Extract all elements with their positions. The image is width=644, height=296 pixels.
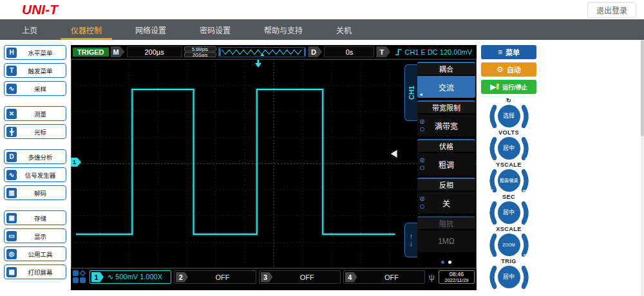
nav-item-6[interactable]: 关机 [334, 19, 354, 40]
run-stop-button[interactable]: ▶‖ 运行/停止 [481, 80, 536, 94]
trigger-menu-icon: T [6, 66, 17, 76]
xscale-knob-increase-arrow[interactable]: ns [522, 234, 531, 257]
sidebar-item-trigger-menu[interactable]: T触发菜单 [4, 63, 66, 78]
menu-pagination-dots[interactable] [417, 255, 475, 266]
menu-section-5: 阻抗1MΩ [417, 216, 475, 252]
channel-4-button[interactable]: 4OFF [343, 270, 425, 284]
scroll-down-icon[interactable]: ↓ [410, 240, 413, 247]
sidebar-item-utility[interactable]: ◎公用工具 [4, 246, 66, 261]
sidebar-item-multi-analysis[interactable]: D多维分析 [4, 149, 66, 164]
channel-1-button[interactable]: 1∿ 500mV 1.000X [90, 270, 171, 284]
radio-unselected[interactable] [420, 166, 424, 171]
yscale-knob-increase-arrow[interactable]: mV [522, 169, 531, 192]
volts-knob-row: −居中+ [481, 136, 536, 160]
nav-item-2[interactable]: 仪器控制 [68, 19, 104, 40]
sidebar-item-label: 水平菜单 [17, 48, 64, 57]
sidebar-item-label: 打印屏幕 [17, 268, 64, 277]
waveform-preview-strip[interactable] [218, 47, 307, 57]
auto-button[interactable]: ⚙ 自动 [481, 62, 536, 77]
radio-selected[interactable] [420, 158, 424, 163]
sidebar-item-display[interactable]: ▭显示 [4, 228, 66, 243]
delay-badge: D [308, 46, 322, 57]
menu-section-value[interactable]: 关 [417, 192, 475, 214]
nav-item-4[interactable]: 密码设置 [197, 19, 233, 40]
sidebar-group-4: ▣存储▭显示◎公用工具▩打印屏幕 [4, 210, 66, 279]
yscale-knob[interactable]: 粗调/微调 [498, 169, 520, 192]
preview-left-bracket[interactable] [219, 48, 221, 56]
radio-unselected[interactable] [420, 205, 424, 209]
menu-section-value[interactable]: 交流◄ [417, 76, 475, 98]
xscale-knob-row: sZOOMns [481, 233, 536, 257]
preview-right-bracket[interactable] [304, 48, 306, 56]
menu-button[interactable]: ≡ 菜单 [481, 45, 536, 59]
radio-unselected[interactable] [420, 127, 424, 132]
gear-icon: ⚙ [497, 65, 504, 74]
trig-knob-left-unit: ↓ [487, 285, 497, 290]
multipurpose-knob-decrease-arrow[interactable] [487, 105, 497, 128]
menu-section-value[interactable]: 粗调 [417, 153, 475, 175]
trigger-level-marker[interactable] [391, 150, 397, 158]
channel-1-badge: 1 [91, 272, 104, 282]
sidebar-item-signal-generator[interactable]: ∿信号发生器 [4, 167, 66, 182]
yscale-knob-decrease-arrow[interactable]: V [487, 169, 497, 192]
sidebar-item-sampling[interactable]: ∿采样 [4, 81, 66, 96]
sec-knob-decrease-arrow[interactable]: ← [487, 201, 497, 225]
scrollbar-thumb[interactable] [641, 40, 644, 136]
trig-knob-label: TRIG [481, 258, 536, 265]
logout-button[interactable]: 退出登录 [587, 2, 636, 18]
channel-1-label: ∿ 500mV 1.000X [106, 273, 169, 281]
sidebar-item-decode[interactable]: ▥解码 [4, 185, 66, 200]
scope-display: 1 CH1 ↑ ↓ 耦合交流◄带宽限制满带宽伏格粗调反相关阻抗1MΩ [71, 59, 477, 268]
sidebar-item-label: 测量 [17, 109, 64, 118]
radio-selected[interactable] [420, 120, 424, 124]
menu-section-4: 反相关 [417, 178, 475, 214]
sec-knob[interactable]: 居中 [498, 201, 520, 224]
sidebar-item-storage[interactable]: ▣存储 [4, 210, 66, 225]
header: UNI-T 退出登录 [0, 0, 644, 19]
trigger-settings[interactable]: CH1 E DC 120.00mV [392, 48, 475, 56]
grid-diamond [80, 270, 86, 277]
channels-grid-icon[interactable] [73, 270, 87, 284]
page-dot-1[interactable] [441, 261, 444, 264]
channel-3-button[interactable]: 3OFF [259, 270, 341, 284]
multipurpose-knob[interactable]: 选择 [498, 105, 520, 127]
utility-icon: ◎ [6, 249, 17, 259]
trig-knob-decrease-arrow[interactable]: ↓ [487, 266, 497, 289]
radio-group [420, 197, 424, 209]
trigger-position-marker[interactable] [255, 63, 261, 68]
sidebar-item-cursor[interactable]: ╋光标 [4, 124, 66, 139]
sample-rate: 2GSa/s [184, 52, 216, 57]
menu-section-title: 反相 [417, 178, 475, 190]
channel-2-button[interactable]: 2OFF [174, 270, 256, 284]
volts-knob-right-unit: + [522, 156, 531, 161]
volts-knob[interactable]: 居中 [498, 137, 520, 160]
volts-knob-increase-arrow[interactable]: + [522, 137, 531, 160]
xscale-knob[interactable]: ZOOM [498, 234, 520, 256]
sec-knob-increase-arrow[interactable]: → [522, 201, 531, 225]
volts-knob-decrease-arrow[interactable]: − [487, 137, 497, 160]
sidebar-item-print-screen[interactable]: ▩打印屏幕 [4, 264, 66, 279]
delay-value[interactable]: 0s [324, 46, 374, 57]
grid-square-3 [80, 277, 86, 283]
sidebar-item-horizontal-menu[interactable]: H水平菜单 [4, 45, 66, 60]
radio-selected[interactable] [420, 197, 424, 201]
channel-menu-tab[interactable]: CH1 [404, 64, 417, 121]
timebase-value[interactable]: 200µs [127, 46, 182, 57]
menu-section-title: 伏格 [417, 139, 475, 152]
nav-item-5[interactable]: 帮助与支持 [261, 19, 305, 40]
sidebar-item-label: 公用工具 [17, 250, 64, 259]
trigger-badge: T [376, 46, 390, 57]
sidebar-item-measure[interactable]: ✕测量 [4, 106, 66, 121]
scrollbar[interactable] [641, 40, 644, 296]
trig-knob[interactable]: 居中 [498, 266, 520, 288]
multipurpose-knob-increase-arrow[interactable] [522, 105, 531, 128]
nav-item-1[interactable]: 上页 [19, 19, 40, 40]
page-dot-2[interactable] [448, 261, 451, 264]
xscale-knob-decrease-arrow[interactable]: s [487, 234, 497, 257]
nav-item-3[interactable]: 网络设置 [133, 19, 169, 40]
trig-knob-increase-arrow[interactable]: ↑ [522, 266, 531, 289]
menu-section-value[interactable]: 满带宽 [417, 115, 475, 136]
sidebar-item-label: 触发菜单 [17, 66, 64, 75]
sampling-icon: ∿ [6, 84, 17, 94]
menu-scroll-arrows[interactable]: ↑ ↓ [404, 223, 417, 257]
